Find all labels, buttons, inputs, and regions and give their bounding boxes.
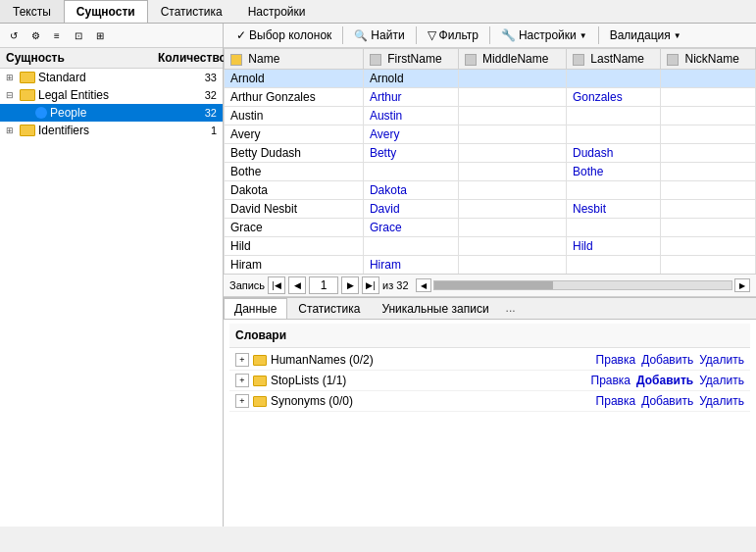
- table-row[interactable]: HiramHiram: [225, 256, 756, 275]
- scroll-track[interactable]: [433, 280, 732, 290]
- validate-button[interactable]: Валидация ▼: [603, 25, 688, 45]
- select-columns-label: Выбор колонок: [249, 28, 331, 42]
- cell-3-2: [458, 125, 566, 144]
- btab-data[interactable]: Данные: [224, 298, 287, 319]
- tree-item-people[interactable]: People 32: [0, 104, 223, 122]
- table-row[interactable]: David NesbitDavidNesbit: [225, 200, 756, 219]
- circle-icon: [35, 107, 47, 119]
- pravka-link[interactable]: Правка: [596, 353, 636, 367]
- tree-item-legal[interactable]: ⊟ Legal Entities 32: [0, 86, 223, 104]
- btab-more[interactable]: ...: [500, 298, 522, 319]
- dict-row: + StopLists (1/1) Правка Добавить Удалит…: [229, 371, 750, 391]
- cell-0-4: [661, 70, 756, 88]
- select-columns-button[interactable]: ✓ Выбор колонок: [229, 25, 338, 45]
- last-page-button[interactable]: ▶|: [362, 276, 379, 294]
- refresh-icon[interactable]: ↺: [4, 25, 24, 45]
- table-row[interactable]: AustinAustin: [225, 107, 756, 125]
- tree-header: Сущность Количество: [0, 48, 223, 69]
- delete-link[interactable]: Удалить: [699, 374, 744, 387]
- btab-unique[interactable]: Уникальные записи: [371, 298, 499, 319]
- tab-sushnosti[interactable]: Сущности: [64, 0, 148, 23]
- dict-row: + HumanNames (0/2) Правка Добавить Удали…: [229, 350, 750, 371]
- cell-6-3: [567, 181, 661, 200]
- cell-1-1: Arthur: [363, 88, 458, 107]
- first-page-button[interactable]: |◀: [268, 276, 285, 294]
- cell-2-0: Austin: [225, 107, 364, 125]
- table-row[interactable]: Arthur GonzalesArthurGonzales: [225, 88, 756, 107]
- cell-1-4: [661, 88, 756, 107]
- scroll-left-button[interactable]: ◀: [416, 278, 431, 292]
- folder-icon: [20, 89, 35, 101]
- tree-item-standard[interactable]: ⊞ Standard 33: [0, 69, 223, 86]
- cell-0-1: Arnold: [363, 70, 458, 88]
- tree-item-count: 1: [211, 125, 217, 136]
- cell-3-4: [661, 125, 756, 144]
- filter-label: Фильтр: [439, 28, 479, 42]
- table-row[interactable]: Betty DudashBettyDudash: [225, 144, 756, 163]
- tree-item-identifiers[interactable]: ⊞ Identifiers 1: [0, 122, 223, 139]
- col-header-lastname[interactable]: LastName: [567, 49, 661, 70]
- add-link[interactable]: Добавить: [636, 374, 693, 387]
- dict-expand-btn[interactable]: +: [235, 374, 249, 387]
- col-header-name[interactable]: Name: [225, 49, 364, 70]
- add-link[interactable]: Добавить: [641, 394, 693, 408]
- cell-2-2: [458, 107, 566, 125]
- cell-9-0: Hild: [225, 237, 364, 256]
- dict-name: Synonyms (0/0): [271, 394, 596, 408]
- separator: [342, 26, 343, 44]
- tab-nastroyki[interactable]: Настройки: [235, 0, 319, 23]
- tab-statistika[interactable]: Статистика: [148, 0, 235, 23]
- col-header-middlename[interactable]: MiddleName: [458, 49, 566, 70]
- list-icon[interactable]: ≡: [47, 25, 67, 45]
- wrench-icon: 🔧: [501, 28, 516, 42]
- settings-icon[interactable]: ⚙: [25, 25, 45, 45]
- grid-icon[interactable]: ⊞: [90, 25, 110, 45]
- dict-expand-btn[interactable]: +: [235, 353, 249, 367]
- bottom-tabs: Данные Статистика Уникальные записи ...: [224, 298, 756, 320]
- table-row[interactable]: BotheBothe: [225, 163, 756, 181]
- cell-7-4: [661, 200, 756, 219]
- col-icon: [465, 54, 477, 66]
- duplicate-icon[interactable]: ⊡: [69, 25, 88, 45]
- find-icon: 🔍: [354, 29, 368, 42]
- col-header-firstname[interactable]: FirstName: [363, 49, 458, 70]
- scroll-right-button[interactable]: ▶: [734, 278, 750, 292]
- col-header-nickname[interactable]: NickName: [661, 49, 756, 70]
- expand-icon[interactable]: ⊟: [6, 90, 20, 100]
- cell-3-1: Avery: [363, 125, 458, 144]
- main-layout: ↺ ⚙ ≡ ⊡ ⊞ Сущность Количество ⊞ Standard…: [0, 24, 756, 527]
- next-page-button[interactable]: ▶: [341, 276, 359, 294]
- cell-9-1: [363, 237, 458, 256]
- cell-5-4: [661, 163, 756, 181]
- top-tabs: Тексты Сущности Статистика Настройки: [0, 0, 756, 24]
- right-toolbar: ✓ Выбор колонок 🔍 Найти ▽ Фильтр 🔧 Настр…: [224, 24, 756, 48]
- expand-icon[interactable]: ⊞: [6, 125, 20, 135]
- cell-7-0: David Nesbit: [225, 200, 364, 219]
- page-input[interactable]: [309, 276, 338, 294]
- cell-4-3: Dudash: [567, 144, 661, 163]
- validate-arrow-icon: ▼: [674, 31, 681, 40]
- prev-page-button[interactable]: ◀: [288, 276, 306, 294]
- expand-icon[interactable]: ⊞: [6, 73, 20, 82]
- settings-button[interactable]: 🔧 Настройки ▼: [494, 25, 594, 45]
- delete-link[interactable]: Удалить: [699, 353, 744, 367]
- cell-0-0: Arnold: [225, 70, 364, 88]
- btab-stats[interactable]: Статистика: [287, 298, 371, 319]
- pravka-link[interactable]: Правка: [591, 374, 631, 387]
- table-row[interactable]: GraceGrace: [225, 219, 756, 237]
- table-row[interactable]: ArnoldArnold: [225, 70, 756, 88]
- table-row[interactable]: DakotaDakota: [225, 181, 756, 200]
- filter-button[interactable]: ▽ Фильтр: [421, 25, 485, 45]
- tab-texty[interactable]: Тексты: [0, 0, 64, 23]
- pravka-link[interactable]: Правка: [596, 394, 636, 408]
- dict-title: Словари: [229, 326, 292, 345]
- dict-expand-btn[interactable]: +: [235, 394, 249, 408]
- table-row[interactable]: HildHild: [225, 237, 756, 256]
- delete-link[interactable]: Удалить: [699, 394, 744, 408]
- page-of-label: из 32: [382, 279, 408, 291]
- data-table-container[interactable]: Name FirstName MiddleName LastName: [224, 48, 756, 274]
- add-link[interactable]: Добавить: [641, 353, 693, 367]
- table-row[interactable]: AveryAvery: [225, 125, 756, 144]
- find-button[interactable]: 🔍 Найти: [347, 25, 411, 45]
- col-icon: [370, 54, 381, 66]
